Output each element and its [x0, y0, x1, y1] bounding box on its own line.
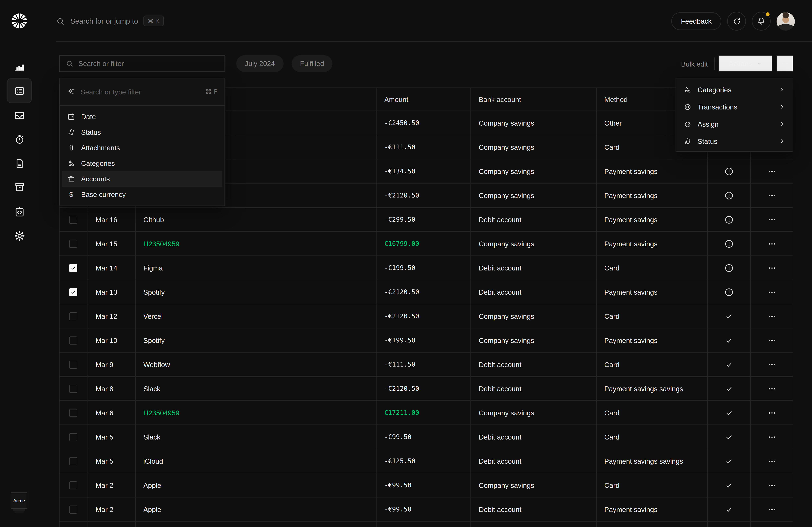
row-menu-button[interactable]	[767, 167, 777, 176]
filter-menu-item-categories[interactable]: Categories	[62, 156, 222, 171]
description-label: Figma	[143, 264, 163, 272]
row-menu-cell	[751, 256, 793, 280]
date-cell: Mar 2	[88, 497, 136, 521]
row-checkbox[interactable]	[70, 433, 77, 441]
description-cell: Slack	[136, 377, 377, 400]
global-search-input[interactable]: Search for or jump to ⌘K	[56, 12, 164, 30]
actions-menu-item-status[interactable]: Status	[676, 133, 793, 150]
active-filter-chips: July 2024Fulfilled	[236, 55, 333, 72]
sidebar-item-vault[interactable]	[7, 175, 32, 199]
filter-menu-item-status[interactable]: Status	[62, 124, 222, 140]
row-menu-button[interactable]	[767, 360, 777, 369]
row-menu-button[interactable]	[767, 432, 777, 441]
notifications-button[interactable]	[752, 12, 771, 31]
transaction-row[interactable]: Mar 15H23504959€16799.00Company savingsP…	[60, 232, 793, 256]
transaction-row[interactable]: Mar 5Slack-€99.50Debit accountCard	[60, 425, 793, 449]
method-label: Payment savings	[604, 167, 657, 175]
row-menu-button[interactable]	[767, 384, 777, 393]
user-avatar[interactable]	[777, 12, 795, 30]
transaction-row[interactable]: Mar 2Apple-€99.50Company savingsCard	[60, 473, 793, 497]
actions-menu-item-assign[interactable]: Assign	[676, 115, 793, 133]
feedback-button[interactable]: Feedback	[671, 12, 721, 30]
row-menu-button[interactable]	[767, 215, 777, 224]
status-cell	[708, 304, 751, 328]
ellipsis-icon	[767, 312, 777, 321]
actions-dropdown-button[interactable]: Actions	[719, 55, 772, 72]
row-menu-button[interactable]	[767, 263, 777, 272]
ellipsis-icon	[767, 408, 777, 417]
transaction-row[interactable]: Mar 9Webflow-€111.50Debit accountCard	[60, 352, 793, 377]
transaction-row[interactable]: Mar 6H23504959€17211.00Company savingsCa…	[60, 401, 793, 425]
row-checkbox[interactable]	[70, 215, 77, 224]
transaction-row[interactable]: Mar 12Vercel-€2120.50Company savingsCard	[60, 304, 793, 328]
bell-icon	[757, 17, 766, 26]
transaction-row[interactable]: Mar 2Apple-€99.50Debit accountPayment sa…	[60, 497, 793, 522]
table-filter-input[interactable]: Search or filter	[59, 55, 225, 72]
toolbar-divider	[714, 57, 715, 70]
filter-menu-item-accounts[interactable]: Accounts	[62, 171, 222, 187]
sidebar-item-apps[interactable]	[7, 200, 32, 224]
transaction-row[interactable]: Mar 14Figma-€199.50Debit accountCard	[60, 256, 793, 280]
row-menu-button[interactable]	[767, 287, 777, 297]
sidebar-item-settings[interactable]	[7, 223, 32, 248]
actions-menu-item-transactions[interactable]: Transactions	[676, 98, 793, 115]
add-transaction-button[interactable]	[777, 55, 793, 72]
status-cell	[708, 425, 751, 449]
row-menu-button[interactable]	[767, 312, 777, 321]
row-menu-button[interactable]	[767, 481, 777, 490]
row-checkbox[interactable]	[70, 240, 77, 248]
alert-circle-icon	[724, 190, 734, 200]
row-checkbox[interactable]	[70, 336, 77, 344]
filter-chip[interactable]: July 2024	[236, 55, 284, 72]
row-menu-button[interactable]	[767, 505, 777, 514]
amount-cell: -€134.50	[377, 160, 472, 183]
user-icon	[684, 120, 692, 128]
row-checkbox[interactable]	[70, 360, 77, 368]
row-checkbox[interactable]	[70, 288, 77, 296]
sidebar-item-transactions[interactable]	[7, 78, 32, 103]
filter-chip[interactable]: Fulfilled	[291, 55, 333, 72]
bulk-edit-button[interactable]: Bulk edit	[681, 60, 708, 68]
amount-label: -€99.50	[385, 433, 411, 441]
date-cell: Mar 16	[88, 208, 136, 231]
transaction-row[interactable]: Mar 10Spotify-€199.50Company savingsPaym…	[60, 328, 793, 352]
refresh-button[interactable]	[727, 12, 746, 31]
sidebar-item-overview[interactable]	[7, 54, 32, 79]
transaction-row[interactable]: Mar 16Github-€299.50Debit accountPayment…	[60, 208, 793, 232]
row-checkbox[interactable]	[70, 409, 77, 417]
row-checkbox[interactable]	[70, 481, 77, 489]
amount-cell: -€111.50	[377, 352, 472, 376]
sidebar-item-inbox[interactable]	[7, 103, 32, 128]
row-menu-button[interactable]	[767, 336, 777, 345]
row-checkbox[interactable]	[70, 506, 77, 513]
status-cell	[708, 401, 751, 424]
filter-menu-search-input[interactable]: Search or type filter ⌘ F	[60, 78, 224, 106]
amount-label: -€125.50	[385, 457, 415, 465]
transaction-row[interactable]: Mar 8Slack-€2120.50Debit accountPayment …	[60, 377, 793, 401]
transaction-row[interactable]: Mar 5iCloud-€125.50Debit accountPayment …	[60, 449, 793, 473]
transaction-row[interactable]: Mar 13Spotify-€2120.50Debit accountPayme…	[60, 280, 793, 304]
row-menu-button[interactable]	[767, 456, 777, 466]
transaction-row[interactable]: Mar 2Apple€99.50Gabriel CGabriel C	[60, 522, 793, 527]
filter-menu-item-date[interactable]: Date	[62, 109, 222, 124]
method-label: Payment savings	[604, 192, 657, 199]
method-cell: Payment savings	[597, 183, 708, 207]
sidebar-item-invoices[interactable]	[7, 151, 32, 176]
sidebar-item-tracker[interactable]	[7, 127, 32, 151]
row-menu-cell	[751, 232, 793, 255]
row-checkbox[interactable]	[70, 264, 77, 272]
amount-label: -€2120.50	[385, 312, 419, 320]
row-menu-button[interactable]	[767, 239, 777, 248]
chevron-right-icon	[779, 121, 785, 127]
filter-menu-item-base-currency[interactable]: $Base currency	[62, 187, 222, 202]
team-switcher[interactable]: Acme	[11, 492, 27, 509]
row-checkbox[interactable]	[70, 312, 77, 320]
row-checkbox[interactable]	[70, 457, 77, 465]
row-checkbox[interactable]	[70, 385, 77, 393]
filter-menu-item-attachments[interactable]: Attachments	[62, 140, 222, 156]
actions-menu-item-categories[interactable]: Categories	[676, 81, 793, 98]
amount-cell: -€2120.50	[377, 183, 472, 207]
row-menu-button[interactable]	[767, 408, 777, 417]
row-menu-button[interactable]	[767, 191, 777, 200]
filter-menu-item-label: Base currency	[81, 191, 126, 199]
